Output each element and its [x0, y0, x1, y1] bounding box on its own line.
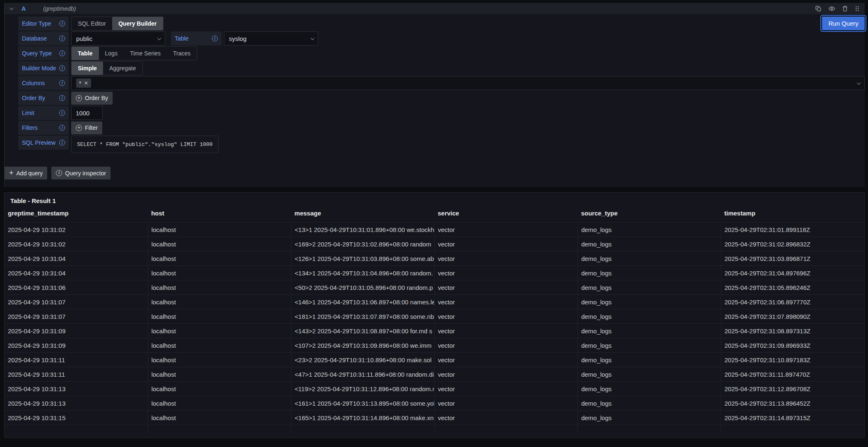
table-cell — [434, 425, 577, 434]
option-simple[interactable]: Simple — [72, 62, 103, 75]
sql-preview-label: SQL Preview i — [18, 136, 69, 150]
table-cell: 2025-04-29 10:31:02 — [5, 237, 148, 251]
duplicate-query-icon[interactable] — [815, 5, 822, 12]
database-select[interactable]: public — [71, 31, 165, 45]
table-cell: localhost — [148, 251, 291, 266]
hide-query-eye-icon[interactable] — [828, 5, 835, 12]
option-logs[interactable]: Logs — [99, 47, 124, 60]
table-cell: 2025-04-29T02:31:13.896452Z — [721, 396, 864, 411]
table-cell: demo_logs — [578, 396, 721, 411]
table-cell: vector — [434, 309, 577, 324]
option-query-builder[interactable]: Query Builder — [112, 17, 163, 30]
table-cell: demo_logs — [578, 266, 721, 280]
delete-query-trash-icon[interactable] — [842, 5, 848, 12]
column-header-timestamp[interactable]: timestamp — [721, 208, 864, 222]
info-icon[interactable]: i — [212, 36, 218, 41]
table-cell: 2025-04-29 10:31:15 — [5, 411, 148, 425]
table-cell: <143>2 2025-04-29T10:31:08.897+08:00 for… — [291, 324, 434, 338]
add-order-by-button[interactable]: + Order By — [71, 92, 113, 105]
option-time-series[interactable]: Time Series — [124, 47, 167, 60]
info-icon[interactable]: i — [59, 65, 65, 71]
info-icon[interactable]: i — [59, 95, 65, 101]
datasource-name: (greptimedb) — [43, 5, 76, 12]
plus-circle-icon: + — [76, 125, 82, 131]
table-cell: vector — [434, 411, 577, 425]
info-icon[interactable]: i — [59, 110, 65, 116]
collapse-chevron-icon[interactable] — [10, 6, 14, 10]
table-cell: 2025-04-29T02:31:05.896246Z — [721, 280, 864, 295]
table-cell: vector — [434, 280, 577, 295]
option-traces[interactable]: Traces — [167, 47, 197, 60]
info-icon[interactable]: i — [59, 140, 65, 146]
option-table[interactable]: Table — [72, 47, 99, 60]
query-type-row: Query Type i TableLogsTime SeriesTraces — [18, 46, 865, 60]
table-cell: <169>2 2025-04-29T10:31:02.896+08:00 ran… — [291, 237, 434, 251]
info-circle-icon: i — [56, 170, 62, 176]
chip-label: * — [79, 80, 81, 86]
column-header-service[interactable]: service — [434, 208, 577, 222]
table-cell: 2025-04-29 10:31:11 — [5, 367, 148, 382]
info-icon[interactable]: i — [59, 125, 65, 131]
table-cell: 2025-04-29T02:31:08.897313Z — [721, 324, 864, 338]
query-inspector-button[interactable]: i Query inspector — [51, 167, 111, 179]
add-query-button[interactable]: + Add query — [5, 167, 47, 179]
table-cell: localhost — [148, 338, 291, 353]
table-cell: demo_logs — [578, 295, 721, 309]
table-cell: demo_logs — [578, 353, 721, 367]
table-cell: <23>2 2025-04-29T10:31:10.896+08:00 make… — [291, 353, 434, 367]
table-cell: 2025-04-29 10:31:06 — [5, 280, 148, 295]
remove-chip-icon[interactable]: ✕ — [84, 81, 88, 86]
table-row: 2025-04-29 10:31:04localhost<134>1 2025-… — [5, 266, 864, 280]
columns-multiselect[interactable]: *✕ — [71, 76, 865, 90]
results-table: greptime_timestamphostmessageservicesour… — [5, 208, 864, 434]
table-cell — [148, 425, 291, 434]
table-cell — [5, 425, 148, 434]
table-cell: vector — [434, 338, 577, 353]
order-by-row: Order By i + Order By — [18, 91, 865, 105]
run-query-button[interactable]: Run Query — [822, 17, 865, 30]
table-row: 2025-04-29 10:31:13localhost<161>1 2025-… — [5, 396, 864, 411]
sql-preview-code: SELECT * FROM "public"."syslog" LIMIT 10… — [71, 136, 219, 153]
query-row-header[interactable]: A (greptimedb) — [5, 3, 865, 14]
panel-title: Table - Result 1 — [5, 193, 864, 208]
table-cell: localhost — [148, 324, 291, 338]
sql-preview-row: SQL Preview i SELECT * FROM "public"."sy… — [18, 136, 865, 153]
plus-icon: + — [9, 169, 14, 177]
table-cell: 2025-04-29T02:31:03.896871Z — [721, 251, 864, 266]
table-cell: localhost — [148, 353, 291, 367]
table-cell: demo_logs — [578, 251, 721, 266]
info-icon[interactable]: i — [59, 36, 65, 41]
table-cell: demo_logs — [578, 222, 721, 237]
columns-row: Columns i *✕ — [18, 76, 865, 90]
table-select[interactable]: syslog — [224, 31, 318, 45]
table-row: 2025-04-29 10:31:11localhost<47>1 2025-0… — [5, 367, 864, 382]
table-row: 2025-04-29 10:31:09localhost<107>2 2025-… — [5, 338, 864, 353]
table-cell: localhost — [148, 396, 291, 411]
drag-handle-icon[interactable] — [855, 5, 860, 12]
table-cell: 2025-04-29 10:31:09 — [5, 324, 148, 338]
table-cell: <50>2 2025-04-29T10:31:05.896+08:00 rand… — [291, 280, 434, 295]
table-cell — [578, 425, 721, 434]
table-cell: 2025-04-29T02:31:01.899118Z — [721, 222, 864, 237]
table-cell: vector — [434, 295, 577, 309]
option-aggregate[interactable]: Aggregate — [103, 62, 142, 75]
column-header-source_type[interactable]: source_type — [578, 208, 721, 222]
info-icon[interactable]: i — [59, 80, 65, 86]
builder-mode-toggle: SimpleAggregate — [71, 61, 143, 75]
table-cell: localhost — [148, 295, 291, 309]
info-icon[interactable]: i — [59, 21, 65, 26]
column-header-message[interactable]: message — [291, 208, 434, 222]
table-cell: 2025-04-29T02:31:09.896933Z — [721, 338, 864, 353]
table-cell: 2025-04-29 10:31:13 — [5, 382, 148, 396]
add-filter-button[interactable]: + Filter — [71, 122, 102, 134]
column-header-greptime_timestamp[interactable]: greptime_timestamp — [5, 208, 148, 222]
table-cell: 2025-04-29 10:31:11 — [5, 353, 148, 367]
query-type-toggle: TableLogsTime SeriesTraces — [71, 46, 197, 60]
column-header-host[interactable]: host — [148, 208, 291, 222]
limit-row: Limit i — [18, 106, 865, 120]
info-icon[interactable]: i — [59, 50, 65, 56]
option-sql-editor[interactable]: SQL Editor — [72, 17, 112, 30]
table-label: Table i — [171, 31, 221, 45]
table-cell: vector — [434, 222, 577, 237]
limit-input[interactable] — [71, 106, 103, 120]
